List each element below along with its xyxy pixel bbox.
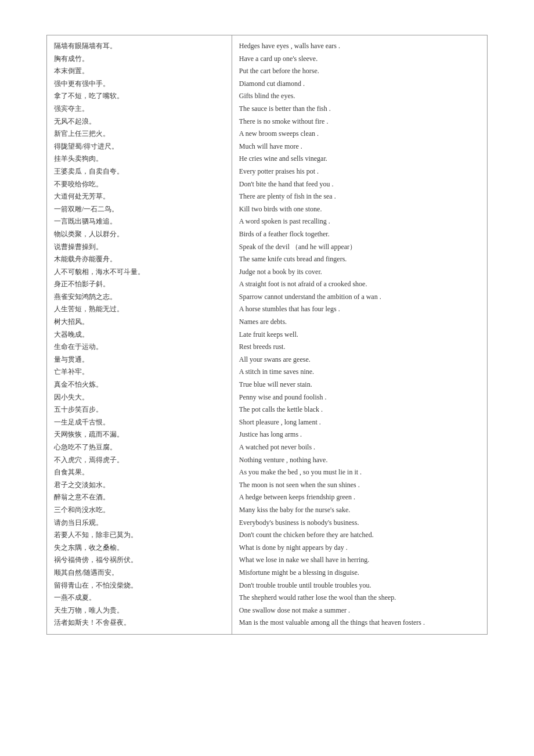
- english-proverb-line: Don't trouble trouble until trouble trou…: [239, 579, 480, 592]
- chinese-proverb-line: 不要咬给你吃。: [54, 178, 225, 191]
- chinese-proverb-line: 新官上任三把火。: [54, 128, 225, 141]
- chinese-proverb-line: 人生苦短，熟能无过。: [54, 303, 225, 316]
- english-proverb-line: There are plenty of fish in the sea .: [239, 190, 480, 203]
- english-proverb-line: Speak of the devil （and he will appear）: [239, 241, 480, 254]
- english-proverb-line: Rest breeds rust.: [239, 341, 480, 354]
- chinese-proverb-line: 一燕不成夏。: [54, 592, 225, 604]
- chinese-proverb-line: 一言既出驷马难追。: [54, 215, 225, 228]
- english-proverb-line: The sauce is better than the fish .: [239, 103, 480, 116]
- english-proverb-line: Birds of a feather flock together.: [239, 228, 480, 241]
- english-proverb-line: There is no smoke without fire .: [239, 116, 480, 128]
- english-proverb-line: Names are debts.: [239, 316, 480, 329]
- chinese-proverb-line: 醉翁之意不在酒。: [54, 491, 225, 504]
- chinese-proverb-line: 身正不怕影子斜。: [54, 278, 225, 291]
- english-proverb-line: Short pleasure , long lament .: [239, 416, 480, 429]
- chinese-proverb-line: 说曹操曹操到。: [54, 241, 225, 254]
- english-column: Hedges have eyes , walls have ears .Have…: [232, 35, 487, 635]
- english-proverb-line: Many kiss the baby for the nurse's sake.: [239, 504, 480, 517]
- english-proverb-line: Put the cart before the horse.: [239, 65, 480, 78]
- english-proverb-line: Gifts blind the eyes.: [239, 90, 480, 103]
- english-proverb-line: Nothing venture , nothing have.: [239, 454, 480, 467]
- english-proverb-line: One swallow dose not make a summer .: [239, 604, 480, 617]
- chinese-proverb-line: 量与贯通。: [54, 354, 225, 366]
- english-proverb-line: What is done by night appears by day .: [239, 542, 480, 555]
- english-proverb-line: Late fruit keeps well.: [239, 329, 480, 341]
- chinese-proverb-line: 真金不怕火炼。: [54, 379, 225, 391]
- chinese-proverb-line: 本末倒置。: [54, 65, 225, 78]
- chinese-proverb-line: 树大招风。: [54, 316, 225, 329]
- english-proverb-line: Sparrow cannot understand the ambition o…: [239, 291, 480, 304]
- english-proverb-line: A straight foot is not afraid of a crook…: [239, 278, 480, 291]
- english-proverb-line: Justice has long arms .: [239, 429, 480, 441]
- english-proverb-line: A hedge between keeps friendship green .: [239, 491, 480, 504]
- chinese-proverb-line: 一箭双雕/一石二鸟。: [54, 203, 225, 216]
- english-proverb-line: Hedges have eyes , walls have ears .: [239, 40, 480, 53]
- chinese-proverb-line: 无风不起浪。: [54, 116, 225, 128]
- chinese-proverb-line: 因小失大。: [54, 391, 225, 404]
- chinese-proverb-line: 若要人不知，除非已莫为。: [54, 529, 225, 542]
- english-proverb-line: Much will have more .: [239, 141, 480, 153]
- english-proverb-line: Diamond cut diamond .: [239, 78, 480, 91]
- chinese-proverb-line: 物以类聚，人以群分。: [54, 228, 225, 241]
- chinese-proverb-line: 顺其自然/随遇而安。: [54, 567, 225, 579]
- chinese-proverb-line: 失之东隅，收之桑榆。: [54, 542, 225, 555]
- english-proverb-line: Don't bite the hand that feed you .: [239, 178, 480, 191]
- english-proverb-line: He cries wine and sells vinegar.: [239, 153, 480, 165]
- chinese-proverb-line: 燕雀安知鸿鹄之志。: [54, 291, 225, 304]
- english-proverb-line: The pot calls the kettle black .: [239, 404, 480, 416]
- english-proverb-line: Penny wise and pound foolish .: [239, 391, 480, 404]
- english-proverb-line: As you make the bed , so you must lie in…: [239, 466, 480, 479]
- chinese-proverb-line: 木能载舟亦能覆舟。: [54, 253, 225, 266]
- english-proverb-line: All your swans are geese.: [239, 354, 480, 366]
- chinese-proverb-line: 大器晚成。: [54, 329, 225, 341]
- proverbs-table: 隔墙有眼隔墙有耳。胸有成竹。本末倒置。强中更有强中手。拿了不短，吃了嘴软。强宾夺…: [46, 35, 488, 635]
- chinese-proverb-line: 三个和尚没水吃。: [54, 504, 225, 517]
- english-proverb-line: A stitch in time saves nine.: [239, 366, 480, 379]
- english-proverb-line: Don't count the chicken before they are …: [239, 529, 480, 542]
- english-proverb-line: A new broom sweeps clean .: [239, 128, 480, 141]
- english-proverb-line: The moon is not seen when the sun shines…: [239, 479, 480, 492]
- chinese-proverb-line: 五十步笑百步。: [54, 404, 225, 416]
- chinese-proverb-line: 活者如斯夫！不舍昼夜。: [54, 617, 225, 629]
- chinese-proverb-line: 大道何处无芳草。: [54, 190, 225, 203]
- chinese-proverb-line: 王婆卖瓜，自卖自夸。: [54, 165, 225, 178]
- english-proverb-line: Everybody's business is nobody's busines…: [239, 517, 480, 530]
- english-proverb-line: A word spoken is past recalling .: [239, 215, 480, 228]
- english-proverb-line: Judge not a book by its cover.: [239, 266, 480, 279]
- chinese-proverb-line: 得陇望蜀/得寸进尺。: [54, 141, 225, 153]
- chinese-proverb-line: 祸兮福倚傍，福兮祸所伏。: [54, 554, 225, 567]
- english-proverb-line: The shepherd would rather lose the wool …: [239, 592, 480, 604]
- chinese-proverb-line: 胸有成竹。: [54, 53, 225, 66]
- page-container: 隔墙有眼隔墙有耳。胸有成竹。本末倒置。强中更有强中手。拿了不短，吃了嘴软。强宾夺…: [0, 0, 534, 756]
- chinese-proverb-line: 天生万物，唯人为贵。: [54, 604, 225, 617]
- english-proverb-line: True blue will never stain.: [239, 379, 480, 391]
- chinese-proverb-line: 天网恢恢，疏而不漏。: [54, 429, 225, 441]
- english-proverb-line: A horse stumbles that has four legs .: [239, 303, 480, 316]
- chinese-proverb-line: 不入虎穴，焉得虎子。: [54, 454, 225, 467]
- english-proverb-line: What we lose in nake we shall have in he…: [239, 554, 480, 567]
- chinese-proverb-line: 挂羊头卖狗肉。: [54, 153, 225, 165]
- chinese-proverb-line: 拿了不短，吃了嘴软。: [54, 90, 225, 103]
- chinese-proverb-line: 自食其果。: [54, 466, 225, 479]
- chinese-proverb-line: 强宾夺主。: [54, 103, 225, 116]
- chinese-proverb-line: 请勿当日乐观。: [54, 517, 225, 530]
- chinese-proverb-line: 君子之交淡如水。: [54, 479, 225, 492]
- english-proverb-line: Man is the most valuable among all the t…: [239, 617, 480, 629]
- english-proverb-line: The same knife cuts bread and fingers.: [239, 253, 480, 266]
- chinese-proverb-line: 隔墙有眼隔墙有耳。: [54, 40, 225, 53]
- english-proverb-line: A watched pot never boils .: [239, 441, 480, 454]
- chinese-proverb-line: 人不可貌相，海水不可斗量。: [54, 266, 225, 279]
- chinese-proverb-line: 一生足成千古恨。: [54, 416, 225, 429]
- english-proverb-line: Have a card up one's sleeve.: [239, 53, 480, 66]
- chinese-proverb-line: 心急吃不了热豆腐。: [54, 441, 225, 454]
- chinese-proverb-line: 留得青山在，不怕没柴烧。: [54, 579, 225, 592]
- english-proverb-line: Misfortune might be a blessing in disgui…: [239, 567, 480, 579]
- chinese-proverb-line: 亡羊补牢。: [54, 366, 225, 379]
- chinese-column: 隔墙有眼隔墙有耳。胸有成竹。本末倒置。强中更有强中手。拿了不短，吃了嘴软。强宾夺…: [47, 35, 232, 635]
- chinese-proverb-line: 生命在于运动。: [54, 341, 225, 354]
- chinese-proverb-line: 强中更有强中手。: [54, 78, 225, 91]
- english-proverb-line: Kill two birds with one stone.: [239, 203, 480, 216]
- english-proverb-line: Every potter praises his pot .: [239, 165, 480, 178]
